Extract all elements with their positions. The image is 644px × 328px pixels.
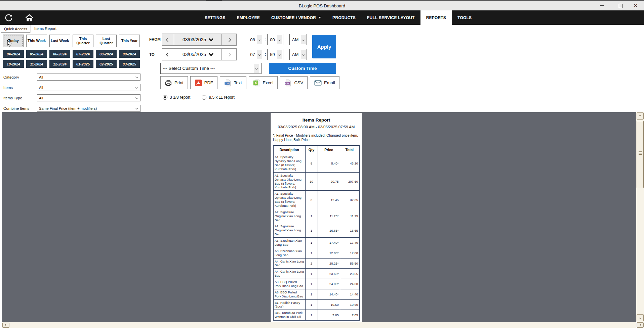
custom-time-select[interactable]: --- Select Custom Time --- [160,63,261,74]
month-button[interactable]: 01-2025 [73,60,93,68]
chevron-right-icon [227,52,231,57]
report-size-option[interactable]: 3 1/8 report [163,95,190,100]
quick-range-button[interactable]: This Quarter [73,35,93,47]
from-date-prev-button[interactable] [162,34,174,46]
month-button[interactable]: 12-2024 [49,60,70,68]
to-ampm-spinner[interactable]: AM [289,49,307,60]
filter-dropdown[interactable]: All [37,94,140,101]
month-button[interactable]: 03-2025 [119,60,140,68]
export-button[interactable]: CSV CSV [280,76,308,89]
from-minute-spinner[interactable]: 00 [267,34,283,45]
from-hour-dropdown-button[interactable] [257,35,262,44]
quick-range-button[interactable]: This Week [26,35,47,47]
month-button[interactable]: 05-2024 [26,50,47,58]
export-button[interactable]: PDF [190,76,217,89]
month-button-label: 04-2024 [7,52,20,56]
export-button-label: Text [234,80,242,85]
export-button[interactable]: Print [160,76,188,89]
refresh-icon[interactable] [4,13,13,22]
report-table-row: B10. Kurobuta Pork Wonton in Chili Oil 1… [273,310,359,320]
item-total: 24.00 [340,279,359,289]
filter-row: Items All [3,84,140,91]
report-tab[interactable]: Quick Access [1,26,30,33]
from-ampm-spinner[interactable]: AM [289,34,307,45]
month-button[interactable]: 10-2024 [3,60,24,68]
month-button[interactable]: 09-2024 [119,50,140,58]
item-total: 43.20 [340,154,359,173]
filter-dropdown-value: All [39,86,43,90]
to-ampm-dropdown-button[interactable] [301,50,306,59]
nav-menu-item[interactable]: EMPLOYEE [231,10,266,25]
from-date-next-button[interactable] [221,34,237,46]
from-date-field[interactable]: 03/03/2025 [174,34,222,46]
home-icon[interactable] [25,13,34,22]
time-colon: : [265,37,266,42]
radio-icon[interactable] [163,95,167,100]
nav-menu-item[interactable]: TOOLS [452,10,477,25]
item-total: 12.00 [340,248,359,258]
to-minute-dropdown-button[interactable] [277,50,282,59]
export-button-icon [314,79,322,87]
horizontal-scrollbar[interactable] [2,322,636,328]
to-date-prev-button[interactable] [162,48,174,60]
report-footnote: *: Final Price - Modifiers included, Cha… [273,133,360,142]
export-button[interactable]: TXT Text [220,76,246,89]
quick-range-button[interactable]: Today [3,35,24,47]
vertical-scrollbar[interactable] [636,112,644,322]
nav-menu-item-label: EMPLOYEE [237,15,260,20]
item-total: 23.65 [340,269,359,279]
from-date-control: 03/03/2025 [162,34,237,46]
report-preview-page: Items Report 03/03/2025 08:00 AM - 03/05… [271,113,362,322]
chevron-down-icon [258,53,260,55]
filter-section: Category All Items All Items Type All [3,74,140,115]
from-minute-dropdown-button[interactable] [277,35,282,44]
quick-range-button[interactable]: Last Week [49,35,70,47]
to-hour-spinner[interactable]: 07 [248,49,263,60]
scroll-right-button[interactable] [637,322,644,328]
report-size-option[interactable]: 8.5 x 11 report [202,95,235,100]
custom-time-button[interactable]: Custom Time [269,63,336,74]
nav-menu-item[interactable]: SETTINGS [199,10,231,25]
quick-range-button[interactable]: Last Quarter [96,35,117,47]
maximize-button[interactable] [615,1,626,10]
radio-icon[interactable] [202,95,206,100]
minimize-button[interactable] [596,1,608,10]
export-button[interactable]: X Excel [249,76,278,89]
month-button[interactable]: 07-2024 [73,50,93,58]
apply-button[interactable]: Apply [312,35,336,58]
filter-dropdown[interactable]: All [37,84,140,91]
nav-menu-item[interactable]: REPORTS [420,10,452,25]
to-hour-dropdown-button[interactable] [257,50,262,59]
month-button[interactable]: 02-2025 [96,60,117,68]
month-button[interactable]: 04-2024 [3,50,24,58]
month-button[interactable]: 06-2024 [49,50,70,58]
filter-dropdown[interactable]: All [37,74,140,81]
month-button-label: 03-2025 [123,62,136,66]
vertical-scrollbar-thumb[interactable] [637,121,644,188]
nav-menu-item[interactable]: CUSTOMER / VENDOR [266,10,327,25]
item-qty: 1 [305,289,318,299]
scroll-down-button[interactable] [637,314,644,321]
nav-menu-item[interactable]: PRODUCTS [327,10,361,25]
month-button[interactable]: 08-2024 [96,50,117,58]
item-total: 10.50 [340,299,359,310]
chevron-down-icon [279,39,281,41]
to-date-next-button[interactable] [221,48,237,60]
from-hour-spinner[interactable]: 08 [248,34,263,45]
to-minute-spinner[interactable]: 59 [267,49,283,60]
chevron-down-icon [318,17,321,18]
to-date-field[interactable]: 03/05/2025 [174,48,222,60]
export-button[interactable]: Email [310,76,339,89]
nav-menu-item[interactable]: FULL SERVICE LAYOUT [361,10,420,25]
quick-range-button[interactable]: This Year [119,35,140,47]
scroll-up-button[interactable] [637,112,644,120]
from-minute-value: 00 [268,37,277,42]
report-tab[interactable]: Items Report [31,25,60,33]
from-ampm-dropdown-button[interactable] [301,35,306,44]
custom-time-select-dropdown-button[interactable] [254,64,259,73]
filter-dropdown[interactable]: Same Final Price (item + modifiers) [37,105,140,112]
scroll-left-button[interactable] [2,323,9,328]
month-button[interactable]: 11-2024 [26,60,47,68]
from-label: FROM [149,37,161,41]
close-button[interactable]: ✕ [630,1,641,10]
